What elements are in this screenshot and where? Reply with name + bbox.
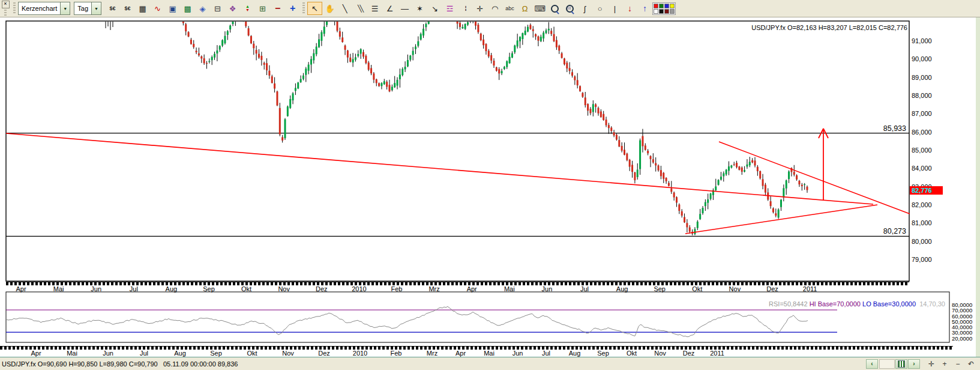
date-axis-label: Okt <box>247 350 257 357</box>
tick-band-main <box>6 282 909 285</box>
ellipse-tool-icon[interactable]: ○ <box>592 2 607 15</box>
date-axis-label: Mai <box>484 350 495 357</box>
crosshair-icon[interactable]: ✛ <box>472 2 487 15</box>
main-toolbar: × Kerzenchart ▼ Tag ▼ $€$€▦∿▣▩◈⊟❖▲▼⊞−+ ↖… <box>0 0 980 17</box>
magnifier-glyph <box>551 5 559 13</box>
undo-zoom-button[interactable]: ↶ <box>966 359 976 369</box>
date-axis-label: Sep <box>597 350 609 357</box>
price-scale-icon[interactable]: $€ <box>105 2 120 15</box>
select-cursor-icon[interactable]: ↖ <box>307 2 322 15</box>
watchlist-icon[interactable]: ⊞ <box>255 2 270 15</box>
date-axis-label: Okt <box>627 350 637 357</box>
gann-fan-icon[interactable]: ✶ <box>412 2 427 15</box>
chevron-down-icon[interactable]: ▼ <box>91 2 101 14</box>
price-axis-label: 81,000 <box>912 219 932 226</box>
chart-navigation-controls: ‹›✛+−↶ <box>865 359 976 369</box>
date-axis-label: Aug <box>569 350 581 357</box>
period-value: Tag <box>74 5 91 12</box>
price-axis-label: 91,000 <box>912 37 932 44</box>
vertical-line-icon[interactable]: | <box>607 2 622 15</box>
date-axis-label: 2010 <box>353 350 367 357</box>
parallel-channel-icon[interactable]: ╲╲ <box>352 2 367 15</box>
scroll-left-button[interactable]: ‹ <box>866 359 878 369</box>
chart-window-icon[interactable]: ▣ <box>165 2 180 15</box>
chevron-down-icon[interactable]: ▼ <box>60 2 70 14</box>
track[interactable] <box>879 359 895 369</box>
zoom-region-tool-icon[interactable] <box>562 2 577 15</box>
mini-bars-icon <box>898 360 905 368</box>
toolbar-handle[interactable]: × <box>0 0 11 17</box>
color-swatch[interactable] <box>670 9 675 14</box>
pan-hand-icon[interactable]: ✋ <box>322 2 337 15</box>
grid-settings-icon[interactable]: ▦ <box>135 2 150 15</box>
fibonacci-levels-icon[interactable]: ☲ <box>442 2 457 15</box>
overview-toggle-button[interactable] <box>895 359 907 369</box>
text-label-icon[interactable]: abc <box>502 2 517 15</box>
fan-lines-icon[interactable]: ∠ <box>382 2 397 15</box>
print-icon[interactable]: ⊟ <box>210 2 225 15</box>
price-axis-label: 86,000 <box>912 129 932 136</box>
price-axis-label: 79,000 <box>912 256 932 263</box>
eraser-icon[interactable]: ◈ <box>195 2 210 15</box>
date-axis-label: Jul <box>542 350 550 357</box>
color-swatch-grid[interactable] <box>652 2 676 15</box>
close-icon[interactable]: × <box>2 1 10 8</box>
arrow-up-icon[interactable]: ↑ <box>637 2 652 15</box>
date-axis-label: Dez <box>683 350 695 357</box>
pointer-levels-icon[interactable]: ↘ <box>427 2 442 15</box>
regression-channel-icon[interactable]: ☰ <box>367 2 382 15</box>
pan-mode-button[interactable]: ✛ <box>926 359 937 369</box>
color-swatch[interactable] <box>654 9 658 14</box>
zoom-in-tool-icon[interactable] <box>547 2 562 15</box>
price-axis-label: 90,000 <box>912 55 932 62</box>
toolbar-grip <box>302 2 305 14</box>
horizontal-line-icon[interactable]: — <box>397 2 412 15</box>
toolbar-group-draw: ↖✋╲╲╲☰∠—✶↘☲⁞⁞✛◠abcΩ⌨ʃ○|↓↑ <box>307 2 676 15</box>
indicator-edit-icon[interactable]: ∿ <box>150 2 165 15</box>
trendline-icon[interactable]: ╲ <box>337 2 352 15</box>
date-axis-label: Feb <box>391 350 402 357</box>
color-swatch[interactable] <box>654 4 658 8</box>
freehand-draw-icon[interactable]: ʃ <box>577 2 592 15</box>
date-axis-label: Sep <box>210 350 222 357</box>
price-axis-label: 88,000 <box>912 92 932 99</box>
date-axis-label: Jun <box>513 350 523 357</box>
remove-object-icon[interactable]: − <box>270 2 285 15</box>
percent-scale-icon[interactable]: $€ <box>120 2 135 15</box>
color-swatch[interactable] <box>659 9 664 14</box>
calculator-icon[interactable]: ⌨ <box>532 2 547 15</box>
chart-type-select[interactable]: Kerzenchart ▼ <box>18 2 70 15</box>
toolbar-group-chart: $€$€▦∿▣▩◈⊟❖▲▼⊞−+ <box>105 2 300 15</box>
chart-style-icon[interactable]: ▩ <box>180 2 195 15</box>
magnifier-region-glyph <box>566 5 574 13</box>
fibonacci-arcs-icon[interactable]: ◠ <box>487 2 502 15</box>
period-select[interactable]: Tag ▼ <box>74 2 101 15</box>
chart-type-value: Kerzenchart <box>19 5 60 12</box>
trading-application-window: × Kerzenchart ▼ Tag ▼ $€$€▦∿▣▩◈⊟❖▲▼⊞−+ ↖… <box>0 0 980 370</box>
color-swatch[interactable] <box>664 9 669 14</box>
price-axis-label: 80,000 <box>912 238 932 245</box>
add-object-icon[interactable]: + <box>285 2 300 15</box>
color-swatch[interactable] <box>659 4 664 8</box>
date-axis-label: Nov <box>654 350 666 357</box>
alert-bell-icon[interactable]: Ω <box>517 2 532 15</box>
palette-icon[interactable]: ❖ <box>225 2 240 15</box>
tick-band-rsi <box>0 346 953 350</box>
last-price-badge: 82,776 <box>910 186 943 195</box>
date-axis-label: 2011 <box>710 350 724 357</box>
zoom-out-button[interactable]: − <box>952 359 963 369</box>
chart-plot-area[interactable] <box>6 21 909 281</box>
date-axis-label: Apr <box>31 350 41 357</box>
date-axis-label: Mrz <box>427 350 437 357</box>
rsi-plot-area[interactable] <box>6 292 949 342</box>
scroll-right-button[interactable]: › <box>908 359 920 369</box>
date-axis-label: Aug <box>174 350 186 357</box>
date-axis-label: Jul <box>140 350 148 357</box>
arrow-down-icon[interactable]: ↓ <box>622 2 637 15</box>
zoom-in-button[interactable]: + <box>939 359 950 369</box>
color-swatch[interactable] <box>664 4 669 8</box>
signals-icon[interactable]: ▲▼ <box>240 2 255 15</box>
color-swatch[interactable] <box>670 4 675 8</box>
vertical-grid-icon[interactable]: ⁞⁞ <box>457 2 472 15</box>
date-axis-label: Jun <box>103 350 113 357</box>
